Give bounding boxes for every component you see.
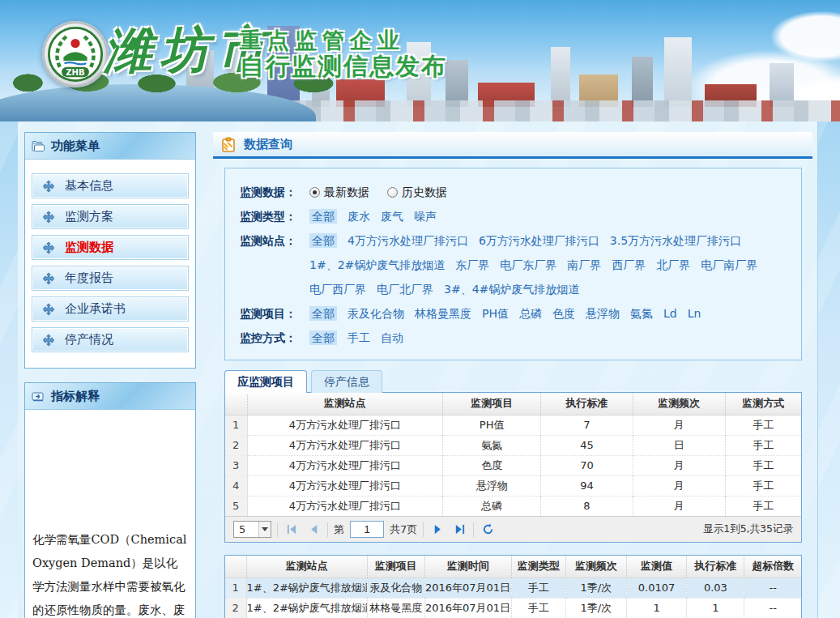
table-cell: 1 [687, 598, 744, 618]
table-cell: 2016年07月01日-09 [424, 598, 511, 618]
next-page-button[interactable] [429, 522, 446, 538]
filter-option-link[interactable]: 废水 [348, 210, 370, 223]
sidebar-item-commitment[interactable]: 企业承诺书 [32, 296, 189, 322]
compass-arrows-icon [42, 211, 55, 224]
filter-option-link[interactable]: 全部 [309, 209, 337, 224]
table-cell: 林格曼黑度 [367, 598, 424, 618]
filter-option-link[interactable]: 3#、4#锅炉废气排放烟道 [444, 283, 579, 296]
divider [423, 522, 424, 537]
records-summary: 显示1到5,共35记录 [703, 522, 793, 536]
table-row: 44万方污水处理厂排污口悬浮物94月手工 [225, 475, 801, 496]
tab-bar: 应监测项目 停产信息 [224, 370, 802, 393]
radio-option[interactable]: 历史数据 [387, 185, 447, 198]
column-header: 监测时间 [424, 556, 511, 578]
filter-option-link[interactable]: 西厂界 [612, 258, 646, 271]
site-title-line1: 重点监管企业 [240, 28, 447, 53]
sidebar-item-label: 停产情况 [65, 332, 113, 347]
filter-option-link[interactable]: 氨氮 [630, 307, 653, 320]
indicator-panel: 指标解释 化学需氧量COD（Chemical Oxygen Demand）是以化… [24, 382, 196, 618]
compass-arrows-icon [42, 241, 55, 254]
divider [327, 522, 328, 537]
main-content: 数据查询 监测数据：最新数据历史数据监测类型：全部废水废气噪声监测站点：全部4万… [213, 132, 812, 618]
last-page-button[interactable] [451, 522, 467, 538]
page-size-select[interactable]: 5 [233, 521, 271, 538]
filter-option-link[interactable]: 东厂界 [455, 258, 489, 271]
filter-option-link[interactable]: 色度 [552, 307, 575, 320]
sidebar-item-shutdown-status[interactable]: 停产情况 [32, 327, 189, 352]
indicator-panel-title: 指标解释 [51, 389, 100, 404]
filter-label: 监测类型： [240, 204, 309, 228]
filter-row: 监控方式：全部手工自动 [240, 326, 787, 350]
filter-option-link[interactable]: 1#、2#锅炉废气排放烟道 [309, 258, 445, 271]
filter-option-link[interactable]: 手工 [348, 331, 370, 344]
table-cell: 45 [541, 435, 633, 455]
refresh-icon [482, 523, 494, 535]
table-cell: 4万方污水处理厂排污口 [247, 415, 443, 435]
sidebar-item-label: 监测数据 [65, 240, 113, 255]
refresh-button[interactable] [480, 522, 496, 538]
tab-shutdown-info[interactable]: 停产信息 [311, 370, 382, 393]
column-header: 执行标准 [687, 556, 744, 578]
sidebar-item-basic-info[interactable]: 基本信息 [32, 173, 189, 198]
filter-option-link[interactable]: 6万方污水处理厂排污口 [479, 234, 599, 247]
book-export-icon [32, 390, 45, 403]
filter-option-link[interactable]: PH值 [482, 307, 509, 320]
filter-label: 监测项目： [240, 301, 309, 326]
filter-option-link[interactable]: 噪声 [414, 210, 437, 223]
radio-button-icon[interactable] [309, 187, 320, 198]
table-cell: 1#、2#锅炉废气排放烟道 [246, 598, 367, 618]
filter-options: 全部4万方污水处理厂排污口6万方污水处理厂排污口3.5万方污水处理厂排污口1#、… [309, 228, 787, 301]
first-page-icon [286, 523, 298, 535]
filter-option-link[interactable]: 全部 [309, 233, 337, 248]
sidebar-item-annual-report[interactable]: 年度报告 [32, 266, 189, 291]
filter-option-link[interactable]: 总磷 [519, 307, 542, 320]
data-query-title: 数据查询 [244, 137, 292, 152]
page-number-input[interactable] [350, 521, 384, 538]
filter-option-link[interactable]: 电厂北厂界 [377, 283, 433, 296]
filter-option-link[interactable]: Ln [688, 307, 701, 320]
column-header: 监测值 [626, 556, 687, 578]
table-cell: 月 [633, 455, 725, 475]
table-header-row: 监测站点监测项目监测时间监测类型监测频次监测值执行标准超标倍数 [225, 556, 801, 578]
table-cell: 月 [633, 496, 725, 516]
compass-arrows-icon [42, 180, 55, 193]
radio-option-label: 历史数据 [402, 185, 447, 198]
filter-label: 监控方式： [240, 326, 309, 350]
row-number: 5 [225, 496, 247, 516]
filter-option-link[interactable]: 废气 [381, 210, 403, 223]
filter-option-link[interactable]: 北厂界 [656, 258, 690, 271]
compass-arrows-icon [42, 334, 55, 347]
filter-option-link[interactable]: 电厂西厂界 [309, 283, 366, 296]
filter-option-link[interactable]: Ld [663, 307, 677, 320]
radio-button-icon[interactable] [387, 187, 398, 198]
filter-option-link[interactable]: 全部 [309, 330, 337, 345]
filter-option-link[interactable]: 电厂东厂界 [500, 258, 556, 271]
sidebar-item-label: 监测方案 [65, 209, 113, 224]
table-row: 24万方污水处理厂排污口氨氮45日手工 [225, 435, 801, 455]
filter-option-link[interactable]: 3.5万方污水处理厂排污口 [610, 234, 741, 247]
sidebar-item-monitor-plan[interactable]: 监测方案 [32, 204, 189, 229]
filter-row: 监测项目：全部汞及化合物林格曼黑度PH值总磷色度悬浮物氨氮LdLn [240, 301, 787, 326]
filter-option-link[interactable]: 汞及化合物 [348, 307, 404, 320]
filter-option-link[interactable]: 4万方污水处理厂排污口 [348, 234, 468, 247]
tab-monitor-items[interactable]: 应监测项目 [224, 370, 307, 393]
filter-option-link[interactable]: 电厂南厂界 [701, 258, 757, 271]
radio-option[interactable]: 最新数据 [309, 185, 369, 198]
filter-option-link[interactable]: 自动 [381, 331, 403, 344]
column-header: 监测频次 [566, 556, 627, 578]
filter-option-link[interactable]: 全部 [309, 306, 337, 321]
logo-text: ZHB [66, 68, 85, 77]
table-cell: 氨氮 [443, 435, 541, 455]
row-number: 1 [225, 415, 247, 435]
monitor-items-table: 监测站点监测项目执行标准监测频次监测方式 14万方污水处理厂排污口PH值7月手工… [225, 393, 801, 516]
sidebar-item-monitor-data[interactable]: 监测数据 [32, 235, 189, 260]
filter-options: 全部手工自动 [309, 326, 787, 350]
filter-option-link[interactable]: 南厂界 [567, 258, 601, 271]
filter-option-link[interactable]: 悬浮物 [586, 307, 620, 320]
sidebar-item-label: 年度报告 [65, 271, 113, 286]
filter-option-link[interactable]: 林格曼黑度 [415, 307, 471, 320]
prev-page-button[interactable] [305, 522, 322, 538]
table-cell: PH值 [443, 415, 541, 435]
page-prefix-label: 第 [334, 522, 344, 537]
first-page-button[interactable] [284, 522, 300, 538]
